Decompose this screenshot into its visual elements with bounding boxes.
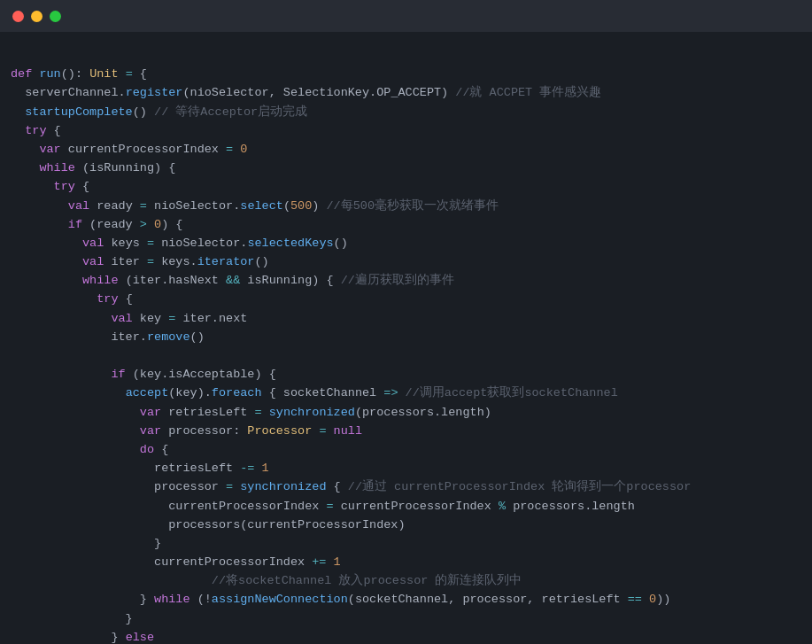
maximize-button[interactable] bbox=[50, 11, 61, 22]
close-button[interactable] bbox=[12, 11, 24, 22]
minimize-button[interactable] bbox=[31, 11, 43, 22]
titlebar bbox=[0, 0, 812, 32]
window: def run(): Unit = { serverChannel.regist… bbox=[0, 0, 812, 644]
code-editor[interactable]: def run(): Unit = { serverChannel.regist… bbox=[0, 32, 812, 644]
